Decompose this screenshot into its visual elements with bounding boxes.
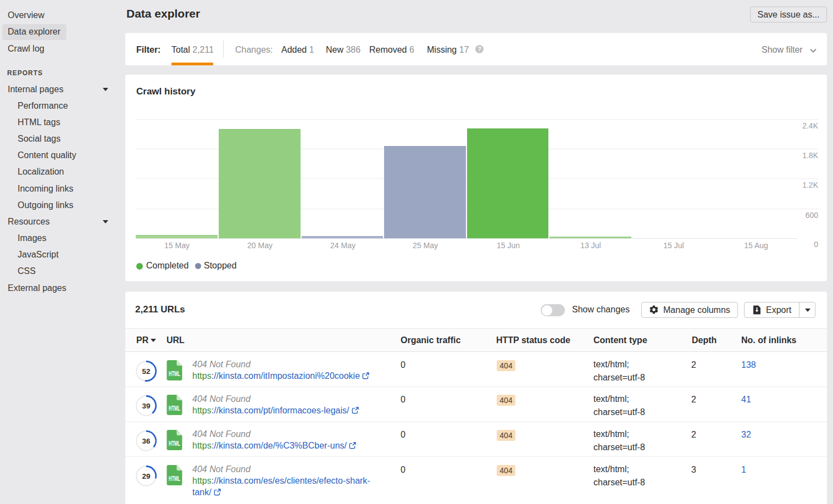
svg-text:HTML: HTML: [169, 404, 180, 412]
svg-text:39: 39: [142, 402, 150, 410]
svg-text:HTML: HTML: [169, 369, 180, 377]
svg-text:36: 36: [142, 437, 151, 445]
svg-text:52: 52: [142, 367, 150, 376]
svg-text:29: 29: [142, 472, 150, 480]
svg-text:HTML: HTML: [169, 474, 180, 482]
svg-text:HTML: HTML: [169, 439, 180, 447]
